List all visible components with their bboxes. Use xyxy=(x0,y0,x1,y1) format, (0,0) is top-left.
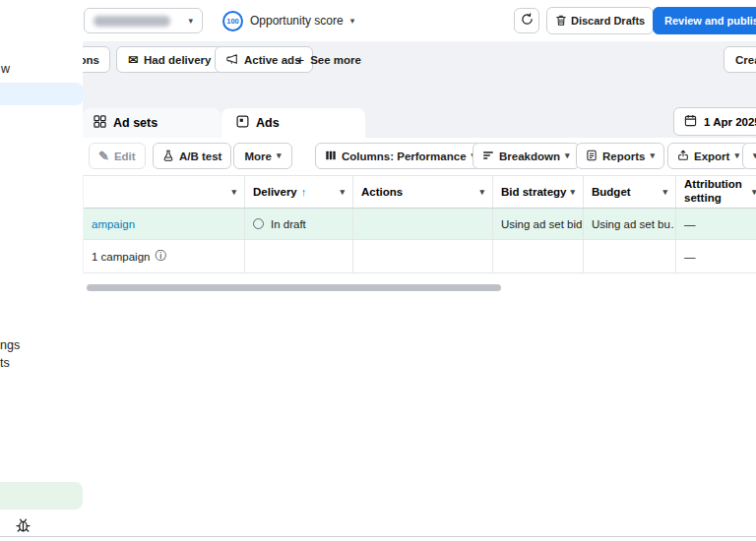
columns-button[interactable]: Columns: Performance ▾ xyxy=(315,143,485,169)
see-more-label: See more xyxy=(310,54,361,66)
budget-value: Using ad set bu… xyxy=(592,218,676,230)
tab-ads[interactable]: Ads xyxy=(221,108,365,138)
sidebar-item-fragment-reports[interactable]: ts xyxy=(0,356,10,370)
reports-label: Reports xyxy=(602,150,645,162)
table-header-row: ▾ Delivery ↑ ▾ Actions ▾ Bid strategy ▾ … xyxy=(84,176,756,209)
chevron-down-icon: ▾ xyxy=(188,17,193,26)
table-row-campaign-draft[interactable]: ampaign In draft Using ad set bid… Using… xyxy=(84,209,756,240)
cell-budget: Using ad set bu… xyxy=(584,209,676,239)
filter-chip-partial[interactable]: ons xyxy=(83,46,110,73)
chevron-down-icon: ▾ xyxy=(350,17,355,26)
attribution-value: — xyxy=(684,218,696,230)
cell-delivery-empty xyxy=(245,240,353,272)
column-header-actions[interactable]: Actions ▾ xyxy=(353,176,493,208)
sidebar-promo-card[interactable] xyxy=(0,482,83,510)
trash-icon xyxy=(555,14,567,29)
discard-drafts-button[interactable]: Discard Drafts xyxy=(546,7,654,34)
sidebar-item-fragment-top[interactable]: w xyxy=(1,62,10,76)
date-range-picker[interactable]: 1 Apr 2025 - 1 xyxy=(673,107,756,136)
delivery-status-label: In draft xyxy=(271,218,306,230)
refresh-icon xyxy=(521,13,534,29)
campaigns-table: ▾ Delivery ↑ ▾ Actions ▾ Bid strategy ▾ … xyxy=(83,175,756,273)
chevron-down-icon[interactable]: ▾ xyxy=(231,188,236,197)
more-label: More xyxy=(244,150,271,162)
top-bar: ▾ 100 Opportunity score ▾ Discard Drafts xyxy=(0,0,756,41)
refresh-button[interactable] xyxy=(514,8,539,33)
cell-actions-empty xyxy=(353,240,493,272)
ad-sets-grid-icon xyxy=(94,115,106,131)
column-header-attribution-label: Attribution setting xyxy=(684,178,747,206)
account-name-redacted xyxy=(94,16,170,27)
breakdown-label: Breakdown xyxy=(499,150,560,162)
tab-ad-sets-label: Ad sets xyxy=(113,116,158,130)
column-header-budget-label: Budget xyxy=(592,186,631,198)
review-publish-button[interactable]: Review and publish ( xyxy=(653,7,756,34)
columns-icon xyxy=(325,150,337,163)
opportunity-score-label: Opportunity score xyxy=(250,14,344,28)
column-header-attribution[interactable]: Attribution setting ▾ xyxy=(676,176,756,208)
sidebar-item-fragment-settings[interactable]: ngs xyxy=(0,338,20,352)
report-document-icon xyxy=(586,150,598,163)
export-button[interactable]: Export ▾ xyxy=(667,143,749,169)
column-header-delivery-label: Delivery xyxy=(253,186,297,198)
cell-actions xyxy=(353,209,493,239)
left-sidebar: w ngs ts xyxy=(0,0,83,541)
tab-ad-sets[interactable]: Ad sets xyxy=(83,108,220,138)
chevron-down-icon: ▾ xyxy=(277,151,282,160)
breakdown-button[interactable]: Breakdown ▾ xyxy=(472,143,580,169)
campaign-name-link[interactable]: ampaign xyxy=(92,218,135,230)
discard-drafts-label: Discard Drafts xyxy=(571,15,645,27)
ads-frame-icon xyxy=(236,115,249,131)
chevron-down-icon[interactable]: ▾ xyxy=(340,188,345,197)
chevron-down-icon[interactable]: ▾ xyxy=(752,188,756,197)
sort-ascending-icon[interactable]: ↑ xyxy=(301,186,307,198)
horizontal-scrollbar[interactable] xyxy=(87,284,501,291)
ab-test-button[interactable]: A/B test xyxy=(153,143,231,169)
export-icon xyxy=(677,150,689,163)
chevron-down-icon[interactable]: ▾ xyxy=(662,188,667,197)
create-button[interactable]: Create xyxy=(724,46,756,73)
column-header-actions-label: Actions xyxy=(361,186,403,198)
cell-attribution-summary: — xyxy=(676,240,756,272)
plus-icon: + xyxy=(296,53,304,67)
column-header-name[interactable]: ▾ xyxy=(84,176,245,208)
filter-chip-had-delivery-label: Had delivery xyxy=(144,54,211,66)
review-publish-label: Review and publish ( xyxy=(664,15,756,27)
info-icon[interactable]: ⓘ xyxy=(155,248,166,265)
ads-manager-screen: w ngs ts ▾ 100 Opportunity score ▾ xyxy=(0,0,756,541)
pencil-icon: ✎ xyxy=(98,150,109,162)
cell-attribution: — xyxy=(676,209,756,239)
edit-label: Edit xyxy=(114,150,136,162)
chart-view-dropdown-button[interactable]: ▾ xyxy=(742,143,756,169)
bid-strategy-value: Using ad set bid… xyxy=(501,218,584,230)
table-toolbar: ✎ Edit A/B test More ▾ xyxy=(83,138,756,175)
column-header-budget[interactable]: Budget ▾ xyxy=(584,176,676,208)
table-summary-row: 1 campaign ⓘ — xyxy=(84,240,756,273)
edit-button[interactable]: ✎ Edit xyxy=(89,143,146,169)
more-button[interactable]: More ▾ xyxy=(233,143,292,169)
cell-bid-strategy: Using ad set bid… xyxy=(493,209,584,239)
column-header-bid-strategy[interactable]: Bid strategy ▾ xyxy=(493,176,584,208)
breakdown-icon xyxy=(482,150,494,163)
see-more-button[interactable]: + See more xyxy=(296,46,361,73)
export-label: Export xyxy=(694,150,729,162)
megaphone-icon xyxy=(226,53,238,67)
reports-button[interactable]: Reports ▾ xyxy=(576,143,664,169)
chevron-down-icon[interactable]: ▾ xyxy=(479,188,484,197)
ab-test-label: A/B test xyxy=(179,150,221,162)
sidebar-item-selected[interactable] xyxy=(0,83,83,105)
column-header-delivery[interactable]: Delivery ↑ ▾ xyxy=(245,176,353,208)
summary-count-label: 1 campaign xyxy=(92,251,150,263)
filter-chip-had-delivery[interactable]: ✉ Had delivery xyxy=(116,46,222,73)
report-bug-icon[interactable] xyxy=(13,514,32,534)
filter-chip-active-ads-label: Active ads xyxy=(244,54,301,66)
opportunity-score-badge: 100 xyxy=(222,11,243,31)
create-button-label: Create xyxy=(735,54,756,66)
bottom-edge-divider xyxy=(0,536,756,541)
opportunity-score[interactable]: 100 Opportunity score ▾ xyxy=(222,8,354,33)
chevron-down-icon[interactable]: ▾ xyxy=(570,188,575,197)
filters-and-tabs-area: ons ✉ Had delivery Active ads + See more… xyxy=(83,41,756,138)
chevron-down-icon: ▾ xyxy=(734,151,739,160)
account-selector[interactable]: ▾ xyxy=(84,8,203,33)
tab-ads-label: Ads xyxy=(256,116,280,130)
